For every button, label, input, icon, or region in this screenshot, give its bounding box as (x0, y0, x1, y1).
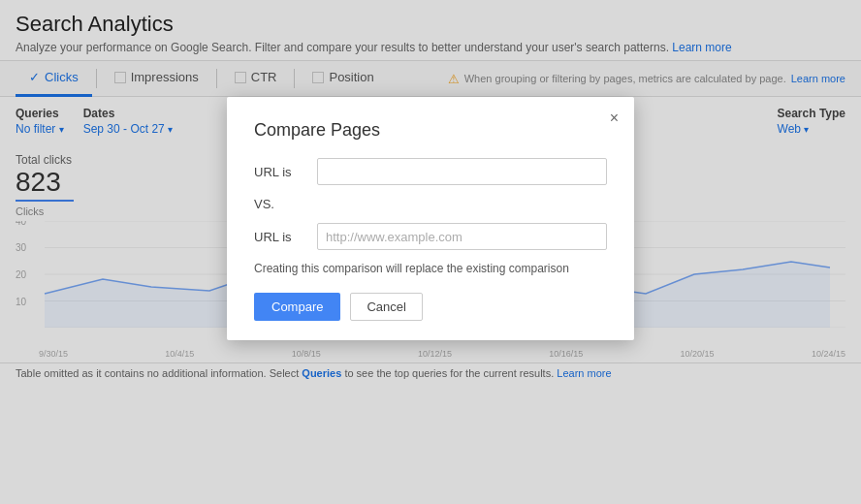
url1-label: URL is (254, 165, 307, 179)
url2-label: URL is (254, 230, 307, 244)
cancel-button[interactable]: Cancel (350, 293, 422, 321)
modal-url1-row: URL is (254, 158, 607, 185)
url2-input[interactable] (317, 223, 607, 250)
modal-url2-row: URL is (254, 223, 607, 250)
modal-close-button[interactable]: × (610, 110, 619, 126)
modal-backdrop: Compare Pages × URL is VS. URL is Creati… (0, 0, 861, 504)
page-wrapper: Search Analytics Analyze your performanc… (0, 0, 861, 504)
compare-button[interactable]: Compare (254, 293, 340, 321)
modal-warning: Creating this comparison will replace th… (254, 262, 607, 275)
modal-buttons: Compare Cancel (254, 293, 607, 321)
modal-title: Compare Pages (254, 120, 607, 141)
url1-input[interactable] (317, 158, 607, 185)
modal-vs-label: VS. (254, 197, 607, 211)
modal-compare-pages: Compare Pages × URL is VS. URL is Creati… (227, 97, 634, 340)
